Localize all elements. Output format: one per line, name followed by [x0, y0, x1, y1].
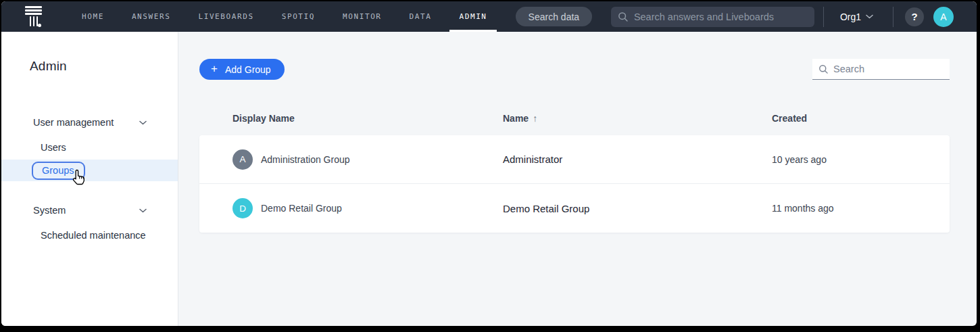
- search-icon: [818, 64, 829, 74]
- page-body: Admin User management Users Groups: [1, 32, 977, 326]
- group-display-name: Demo Retail Group: [261, 203, 342, 214]
- global-search-input[interactable]: [634, 11, 808, 22]
- sidebar-item-groups-label[interactable]: Groups: [32, 162, 85, 180]
- nav-item-home[interactable]: HOME: [82, 1, 104, 32]
- groups-table: A Administration Group Administrator 10 …: [199, 135, 950, 233]
- display-name-cell: A Administration Group: [199, 149, 503, 170]
- column-header-name-label: Name: [503, 113, 529, 124]
- sidebar-item-groups[interactable]: Groups: [1, 160, 178, 181]
- group-name: Administrator: [503, 153, 772, 165]
- app: HOME ANSWERS LIVEBOARDS SPOTIQ MONITOR D…: [1, 1, 977, 326]
- groups-content: + Add Group Display Name Name: [178, 32, 977, 326]
- sidebar-item-scheduled-maintenance[interactable]: Scheduled maintenance: [1, 225, 178, 245]
- section-system: System Scheduled maintenance: [1, 200, 178, 245]
- global-search[interactable]: [611, 7, 814, 27]
- section-label: User management: [33, 117, 114, 128]
- group-avatar: A: [232, 149, 253, 170]
- search-icon: [618, 11, 629, 22]
- add-group-label: Add Group: [225, 64, 271, 75]
- groups-search-input[interactable]: [833, 64, 944, 74]
- top-nav: HOME ANSWERS LIVEBOARDS SPOTIQ MONITOR D…: [1, 1, 977, 32]
- add-group-button[interactable]: + Add Group: [199, 59, 285, 80]
- sort-ascending-icon[interactable]: ↑: [533, 113, 537, 124]
- nav-item-data[interactable]: DATA: [410, 1, 432, 32]
- table-row-administration-group[interactable]: A Administration Group Administrator 10 …: [199, 135, 950, 184]
- table-header: Display Name Name ↑ Created: [199, 113, 950, 124]
- sidebar-section-user-management[interactable]: User management: [1, 112, 178, 133]
- help-button[interactable]: ?: [905, 7, 924, 26]
- logo-dot: [38, 24, 42, 28]
- column-header-name[interactable]: Name ↑: [503, 113, 772, 124]
- nav-item-answers[interactable]: ANSWERS: [132, 1, 171, 32]
- column-header-created[interactable]: Created: [772, 113, 950, 124]
- chevron-down-icon: [866, 14, 873, 19]
- chevron-down-icon[interactable]: [139, 120, 147, 125]
- section-user-management: User management Users Groups: [1, 112, 178, 181]
- group-display-name: Administration Group: [261, 154, 350, 165]
- group-created: 10 years ago: [772, 154, 950, 165]
- section-label: System: [33, 205, 66, 216]
- user-avatar[interactable]: A: [933, 7, 954, 27]
- toolbar: + Add Group: [199, 59, 950, 80]
- chevron-down-icon[interactable]: [139, 208, 147, 213]
- logo-bar: [25, 6, 42, 8]
- sidebar-item-users[interactable]: Users: [1, 137, 178, 158]
- search-data-button[interactable]: Search data: [516, 7, 593, 26]
- logo-bar: [25, 9, 42, 11]
- nav-item-admin[interactable]: ADMIN: [459, 1, 487, 32]
- nav-divider: [893, 7, 893, 27]
- sidebar-section-system[interactable]: System: [1, 200, 178, 220]
- plus-icon: +: [211, 62, 218, 76]
- table-row-demo-retail-group[interactable]: D Demo Retail Group Demo Retail Group 11…: [199, 184, 950, 233]
- nav-item-monitor[interactable]: MONITOR: [343, 1, 382, 32]
- thoughtspot-logo-icon[interactable]: [25, 6, 43, 27]
- org-switcher[interactable]: Org1: [840, 11, 873, 22]
- page-title: Admin: [30, 59, 178, 74]
- admin-sidebar: Admin User management Users Groups: [1, 32, 178, 326]
- nav-item-spotiq[interactable]: SPOTIQ: [282, 1, 315, 32]
- group-name: Demo Retail Group: [503, 203, 772, 214]
- window-frame: HOME ANSWERS LIVEBOARDS SPOTIQ MONITOR D…: [0, 0, 980, 332]
- primary-nav: HOME ANSWERS LIVEBOARDS SPOTIQ MONITOR D…: [82, 1, 487, 32]
- nav-divider: [823, 7, 824, 27]
- org-label: Org1: [840, 11, 861, 22]
- groups-search[interactable]: [812, 59, 950, 80]
- logo-bar: [25, 13, 42, 15]
- group-created: 11 months ago: [772, 203, 950, 214]
- nav-item-liveboards[interactable]: LIVEBOARDS: [198, 1, 253, 32]
- group-avatar: D: [232, 198, 253, 218]
- column-header-display-name[interactable]: Display Name: [199, 113, 503, 124]
- display-name-cell: D Demo Retail Group: [199, 198, 503, 218]
